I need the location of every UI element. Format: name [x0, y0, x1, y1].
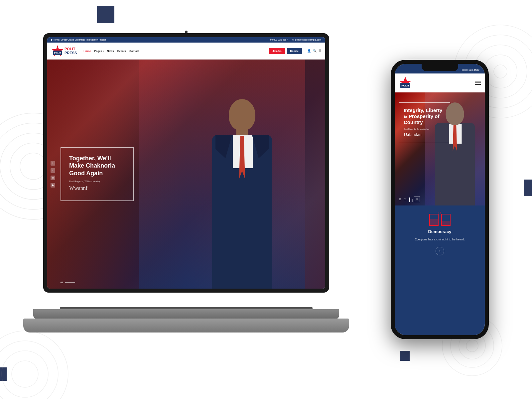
menu-icon[interactable]: ☰ — [319, 49, 321, 53]
phone-slide-num-2: 02 — [404, 198, 407, 200]
section-arrow-button[interactable]: › — [436, 247, 444, 255]
podium-icon-left — [429, 214, 439, 226]
news-ticker: ▶ News: Street Grade Separated Intersect… — [51, 39, 106, 41]
nav-link-contact[interactable]: Contact — [129, 50, 139, 53]
join-us-button[interactable]: Join Us — [269, 48, 285, 54]
phone-hero-box: Integrity, Liberty & Prosperity of Count… — [399, 102, 450, 142]
phone-slide-bars: ⊞ — [409, 196, 420, 202]
hero-content: Together, We'll Make Chaknoria Good Agai… — [61, 147, 134, 201]
phone-logo-icon: POLIT — [399, 76, 416, 89]
slide-line — [65, 282, 75, 283]
search-icon[interactable]: 🔍 — [313, 49, 317, 53]
top-bar-phone: ✆ 0800 123 4587 — [270, 39, 288, 41]
nav-link-news[interactable]: News — [107, 50, 114, 53]
top-bar-email: ✉ politpress@example.com — [292, 39, 321, 41]
hero-person-area — [139, 60, 305, 289]
phone-screen: 0800 123 4587 POLIT — [395, 64, 485, 335]
social-sidebar: f t in ▶ — [51, 161, 55, 188]
instagram-icon[interactable]: in — [51, 176, 55, 180]
svg-point-9 — [494, 65, 507, 78]
svg-point-13 — [12, 361, 38, 387]
laptop-screen-frame: ▶ News: Street Grade Separated Intersect… — [43, 33, 329, 293]
phone-navbar: POLIT — [395, 73, 485, 92]
phone-slide-numbers: 01 02 ⊞ — [399, 196, 420, 202]
site-navbar: POLIT POLIT PRESS Home Pages News — [47, 43, 325, 60]
nav-links: Home Pages News Events Contact — [83, 50, 265, 53]
laptop-camera — [185, 31, 188, 33]
phone-person-head — [446, 102, 464, 125]
laptop-bottom-edge — [33, 309, 339, 319]
slide-bar-1 — [409, 198, 410, 202]
hero-section: f t in ▶ Together, We'll Make Chaknoria … — [47, 60, 325, 289]
svg-point-12 — [2, 351, 48, 397]
slide-indicator: 01 — [61, 281, 75, 284]
phone-hero-subtitle: Best Ragards, James Alahan — [404, 128, 445, 130]
podium-icon-right — [441, 214, 451, 226]
phone-hero-section: Integrity, Liberty & Prosperity of Count… — [395, 92, 485, 205]
deco-square-4 — [524, 180, 532, 196]
hero-title: Together, We'll Make Chaknoria Good Agai… — [69, 154, 125, 177]
phone-top-number: 0800 123 4587 — [462, 68, 479, 71]
svg-point-8 — [484, 55, 517, 88]
twitter-icon[interactable]: t — [51, 168, 55, 173]
deco-square-1 — [97, 6, 114, 23]
laptop-device: ▶ News: Street Grade Separated Intersect… — [43, 33, 342, 332]
phone-notch — [422, 64, 458, 71]
phone-hero-signature: Dalandan — [404, 132, 445, 137]
nav-link-pages[interactable]: Pages — [94, 50, 104, 53]
podium-icons — [429, 214, 451, 226]
podium-fill-right — [442, 221, 450, 225]
svg-point-4 — [20, 153, 47, 180]
hero-subtitle: Best Ragards, William Healey — [69, 180, 125, 183]
section-title: Democracy — [428, 229, 451, 234]
phone-logo: POLIT — [399, 76, 416, 89]
democracy-icon-box: VS — [429, 211, 451, 226]
site-top-bar: ▶ News: Street Grade Separated Intersect… — [47, 37, 325, 43]
slide-number: 01 — [61, 281, 63, 284]
user-icon[interactable]: 👤 — [307, 49, 311, 53]
laptop-base — [23, 319, 349, 332]
person-figure — [189, 96, 295, 289]
slide-expand-icon: ⊞ — [414, 196, 420, 202]
hamburger-line-3 — [475, 84, 481, 85]
arrow-right-icon: › — [439, 249, 441, 253]
person-head — [229, 99, 255, 131]
phone-democracy-section: VS Democracy Everyone has a civil right … — [395, 205, 485, 335]
facebook-icon[interactable]: f — [51, 161, 55, 166]
nav-buttons: Join Us Donate — [269, 48, 302, 54]
phone-slide-num-1: 01 — [399, 198, 401, 200]
hamburger-line-2 — [475, 82, 481, 83]
slide-bar-2 — [412, 199, 413, 202]
hero-signature: Wwannf — [69, 185, 125, 191]
logo-star-icon: POLIT — [51, 45, 64, 57]
phone-hero-content: Integrity, Liberty & Prosperity of Count… — [399, 102, 450, 142]
svg-text:POLIT: POLIT — [401, 84, 409, 87]
donate-button[interactable]: Donate — [287, 48, 302, 54]
site-logo: POLIT POLIT PRESS — [51, 45, 77, 57]
vs-label: VS — [429, 211, 451, 214]
phone-frame: 0800 123 4587 POLIT — [391, 60, 489, 339]
section-text: Everyone has a civil right to be heard. — [415, 237, 465, 242]
hero-text-box: Together, We'll Make Chaknoria Good Agai… — [61, 147, 134, 201]
scene-container: ▶ News: Street Grade Separated Intersect… — [43, 27, 489, 366]
phone-device: 0800 123 4587 POLIT — [391, 60, 489, 339]
youtube-icon[interactable]: ▶ — [51, 183, 55, 188]
svg-text:POLIT: POLIT — [54, 52, 61, 54]
nav-link-events[interactable]: Events — [117, 50, 126, 53]
nav-icons: 👤 🔍 ☰ — [307, 49, 321, 53]
hamburger-menu-icon[interactable] — [475, 81, 481, 85]
hamburger-line-1 — [475, 81, 481, 81]
nav-link-home[interactable]: Home — [83, 50, 91, 53]
logo-text: POLIT PRESS — [65, 47, 77, 55]
podium-fill-left — [430, 219, 438, 225]
laptop-website: ▶ News: Street Grade Separated Intersect… — [47, 37, 325, 289]
phone-hero-title: Integrity, Liberty & Prosperity of Count… — [404, 107, 445, 125]
laptop-screen: ▶ News: Street Grade Separated Intersect… — [47, 37, 325, 289]
